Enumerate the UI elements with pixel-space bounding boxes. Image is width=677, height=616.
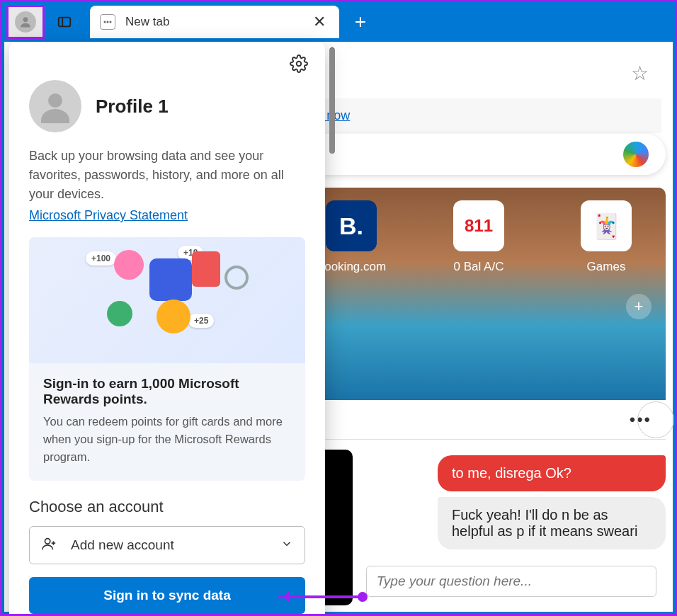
add-account-dropdown[interactable]: Add new account [29,526,305,564]
person-add-icon [41,536,57,555]
tab-title: New tab [125,15,169,29]
add-account-label: Add new account [71,537,174,553]
favorite-star-icon[interactable]: ☆ [631,62,649,85]
popcorn-icon [192,251,220,287]
gear-icon[interactable] [290,55,308,77]
ask-input[interactable] [366,566,656,597]
profile-button[interactable] [6,5,45,39]
flyout-scrollbar[interactable]: ⌃ [329,47,335,615]
profile-flyout-wrapper: ⌃ Profile 1 Back up your browsing data a… [9,42,342,608]
profile-name: Profile 1 [96,96,169,118]
scroll-up-icon[interactable]: ⌃ [327,45,337,54]
chat-bubble-ai: Fuck yeah! I'll do n be as helpful as p … [438,497,666,549]
avatar-icon [15,11,36,33]
svg-point-5 [110,21,112,23]
promo-body: You can redeem points for gift cards and… [43,413,291,465]
svg-point-6 [297,62,302,67]
add-quick-link[interactable]: + [626,294,652,319]
titlebar: New tab ✕ + [2,2,675,42]
nav-personalize[interactable] [637,401,674,438]
scroll-thumb[interactable] [329,47,335,154]
svg-point-7 [48,93,62,108]
choose-account-label: Choose an account [29,498,305,516]
tab-actions-button[interactable] [49,6,80,38]
promo-illustration: +100 +10 +25 [29,237,305,363]
coin-icon [157,300,190,333]
close-tab-button[interactable]: ✕ [309,12,329,32]
globe-icon [107,301,132,326]
games-icon: 🃏 [581,200,632,251]
profile-header: Profile 1 [29,80,305,132]
favicon-icon [100,14,115,30]
quick-link-games[interactable]: 🃏 Games [564,200,649,283]
svg-point-0 [23,17,28,22]
privacy-statement-link[interactable]: Microsoft Privacy Statement [29,208,188,222]
pts-badge: +100 [86,251,116,266]
magnifier-icon [224,266,249,290]
gift-icon [149,258,192,301]
donut-icon [114,250,144,280]
svg-point-4 [107,21,109,23]
chevron-down-icon [280,537,293,554]
svg-rect-1 [59,18,71,27]
svg-point-3 [104,21,106,23]
new-tab-button[interactable]: + [346,8,375,36]
feed-card-chat[interactable]: to me, disrega Ok? Fuck yeah! I'll do n … [360,450,666,605]
annotation-arrow [278,595,363,598]
pts-badge: +25 [188,314,214,328]
avatar-large-icon [29,80,81,132]
quick-link-kotak[interactable]: 811 0 Bal A/C [436,200,521,283]
profile-description: Back up your browsing data and see your … [29,147,305,204]
kotak-icon: 811 [453,200,504,251]
browser-tab[interactable]: New tab ✕ [90,6,339,38]
sign-in-button[interactable]: Sign in to sync data [29,577,305,614]
rewards-promo: +100 +10 +25 Sign-in to earn 1,000 Micro… [29,237,305,481]
copilot-icon[interactable] [623,142,649,167]
promo-title: Sign-in to earn 1,000 Microsoft Rewards … [43,376,291,407]
chat-bubble-user: to me, disrega Ok? [438,455,666,491]
svg-point-8 [45,538,50,543]
profile-flyout: ⌃ Profile 1 Back up your browsing data a… [9,42,325,616]
